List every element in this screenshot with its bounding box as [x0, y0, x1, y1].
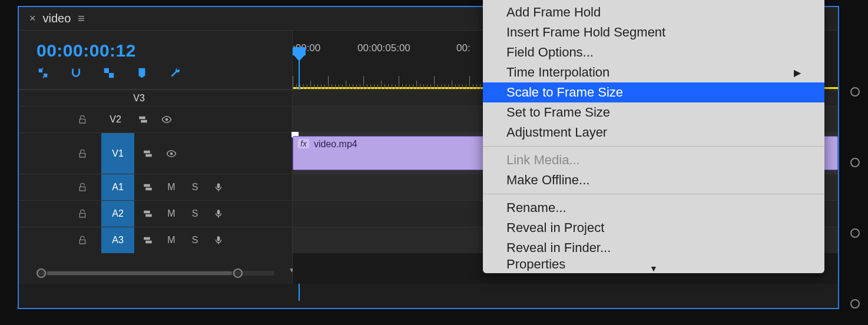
menu-field-options[interactable]: Field Options... [483, 42, 824, 62]
menu-set-to-frame-size[interactable]: Set to Frame Size [483, 102, 824, 122]
menu-rename[interactable]: Rename... [483, 198, 824, 218]
sequence-tab-label[interactable]: video [43, 12, 71, 25]
track-label[interactable]: A3 [101, 227, 134, 253]
vertical-zoom-handle[interactable] [850, 228, 860, 238]
svg-rect-14 [217, 236, 220, 241]
voiceover-mic-icon[interactable] [208, 205, 228, 222]
track-label[interactable]: A1 [101, 174, 134, 200]
track-label[interactable]: V3 [125, 89, 153, 108]
playhead-timecode[interactable]: 00:00:00:12 [37, 41, 292, 61]
sync-lock-icon[interactable] [138, 205, 158, 222]
timeline-header-left: 00:00:00:12 [19, 31, 293, 89]
menu-add-frame-hold[interactable]: Add Frame Hold [483, 2, 824, 22]
track-header-v3[interactable]: V3 [19, 89, 292, 106]
sync-lock-icon[interactable] [138, 179, 158, 195]
timeline-tool-icons [37, 67, 292, 79]
menu-time-interpolation[interactable]: Time Interpolation ▶ [483, 62, 824, 82]
snap-icon[interactable] [69, 67, 82, 79]
lock-icon[interactable] [78, 209, 95, 218]
track-headers: V3 V2 V1 [19, 89, 293, 284]
ruler-label: 00: [456, 42, 471, 54]
insert-overwrite-icon[interactable] [37, 67, 49, 79]
sync-lock-icon[interactable] [133, 111, 153, 128]
voiceover-mic-icon[interactable] [208, 179, 228, 195]
menu-scale-to-frame-size[interactable]: Scale to Frame Size [483, 82, 824, 102]
svg-rect-8 [217, 183, 220, 188]
ruler-label: 00:00:05:00 [357, 42, 410, 54]
track-header-v2[interactable]: V2 [19, 106, 292, 132]
menu-adjustment-layer[interactable]: Adjustment Layer [483, 122, 824, 142]
sync-lock-icon[interactable] [138, 145, 158, 162]
svg-rect-13 [145, 241, 152, 244]
horizontal-zoom-scroll[interactable]: ▾▾ [37, 267, 274, 279]
sync-lock-icon[interactable] [138, 232, 158, 248]
lock-icon[interactable] [78, 236, 95, 245]
track-label[interactable]: V2 [101, 110, 130, 129]
menu-reveal-in-project[interactable]: Reveal in Project [483, 218, 824, 238]
toggle-track-output-icon[interactable] [161, 145, 181, 162]
tab-menu-button[interactable]: ≡ [78, 12, 85, 25]
clip-name: video.mp4 [314, 139, 357, 150]
solo-button[interactable]: S [185, 179, 205, 195]
svg-rect-0 [139, 117, 145, 120]
toggle-track-output-icon[interactable] [157, 111, 177, 128]
vertical-zoom-handle[interactable] [850, 87, 860, 97]
svg-rect-12 [144, 237, 150, 240]
svg-rect-3 [144, 150, 150, 153]
lock-icon[interactable] [78, 183, 95, 192]
vertical-zoom-handle[interactable] [850, 299, 860, 309]
lock-icon[interactable] [78, 115, 95, 124]
solo-button[interactable]: S [185, 205, 205, 222]
zoom-handle-right[interactable] [233, 268, 243, 278]
mute-button[interactable]: M [161, 179, 181, 195]
vertical-zoom-handle[interactable] [850, 158, 860, 167]
menu-insert-frame-hold-segment[interactable]: Insert Frame Hold Segment [483, 22, 824, 42]
track-header-a1[interactable]: A1 M S [19, 174, 292, 200]
settings-wrench-icon[interactable] [168, 67, 181, 79]
svg-rect-10 [145, 214, 152, 217]
svg-rect-6 [144, 184, 150, 187]
mute-button[interactable]: M [161, 232, 181, 248]
lock-icon[interactable] [78, 149, 95, 158]
submenu-arrow-icon: ▶ [794, 67, 801, 78]
vertical-scroll[interactable] [847, 82, 863, 313]
track-header-v1[interactable]: V1 [19, 132, 292, 174]
svg-rect-7 [145, 188, 152, 191]
menu-scroll-indicator-icon: ▼ [483, 265, 824, 273]
clip-context-menu: Add Frame Hold Insert Frame Hold Segment… [483, 0, 824, 273]
track-header-a3[interactable]: A3 M S [19, 227, 292, 253]
menu-separator [483, 194, 824, 194]
linked-selection-icon[interactable] [102, 67, 115, 79]
mute-button[interactable]: M [161, 205, 181, 222]
menu-make-offline[interactable]: Make Offline... [483, 170, 824, 190]
svg-point-5 [170, 152, 173, 155]
track-header-a2[interactable]: A2 M S [19, 200, 292, 227]
marker-icon[interactable] [135, 67, 148, 79]
solo-button[interactable]: S [185, 232, 205, 248]
svg-rect-9 [144, 211, 150, 214]
zoom-handle-left[interactable] [37, 268, 46, 278]
track-label[interactable]: A2 [101, 201, 134, 227]
track-label[interactable]: V1 [101, 133, 134, 174]
svg-rect-1 [141, 120, 147, 123]
menu-link-media: Link Media... [483, 150, 824, 170]
menu-separator [483, 146, 824, 147]
svg-rect-11 [217, 210, 220, 214]
menu-reveal-in-finder[interactable]: Reveal in Finder... [483, 238, 824, 258]
svg-rect-4 [145, 154, 152, 157]
fx-badge: fx [298, 139, 309, 148]
svg-point-2 [165, 118, 168, 121]
zoom-bar[interactable] [47, 271, 232, 275]
close-tab-button[interactable]: × [29, 12, 36, 25]
voiceover-mic-icon[interactable] [208, 232, 228, 248]
